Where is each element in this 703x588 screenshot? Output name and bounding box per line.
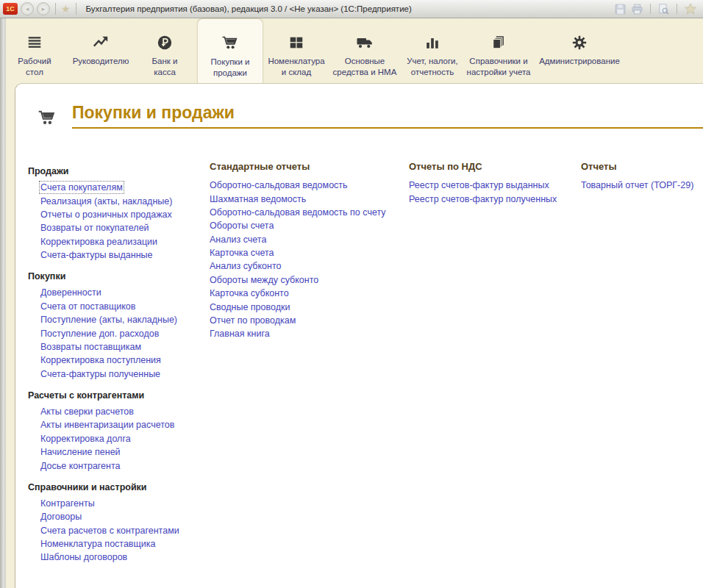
command-link-label: Счета расчетов с контрагентами <box>40 526 179 536</box>
command-link[interactable]: Доверенности <box>40 286 212 299</box>
command-link[interactable]: Корректировка реализации <box>40 235 212 248</box>
section-tab-5[interactable]: Номенклатура и склад <box>263 18 329 83</box>
report-link[interactable]: Анализ счета <box>210 233 401 246</box>
back-button[interactable]: ◂ <box>21 2 34 15</box>
section-tab-1[interactable]: Рабочий стол <box>0 18 69 83</box>
favorites-star-icon[interactable]: ★ <box>61 4 71 14</box>
command-link[interactable]: Возвраты поставщикам <box>40 340 212 354</box>
command-link-label: Досье контрагента <box>40 461 121 471</box>
command-link[interactable]: Номенклатура поставщика <box>40 537 212 551</box>
report-link[interactable]: Карточка субконто <box>210 287 401 300</box>
ruble-icon <box>157 33 173 52</box>
command-link-label: Счета покупателям <box>40 182 123 193</box>
command-link-label: Отчеты о розничных продажах <box>40 209 172 220</box>
tab-label: Руководителю <box>73 56 129 67</box>
command-link[interactable]: Досье контрагента <box>40 459 212 472</box>
report-link[interactable]: Обороты счета <box>210 219 401 232</box>
command-link-label: Шаблоны договоров <box>40 552 127 562</box>
tab-label: Рабочий стол <box>18 56 51 78</box>
section-tab-3[interactable]: Банк и касса <box>132 18 197 83</box>
report-link[interactable]: Реестр счетов-фактур выданных <box>409 179 578 192</box>
command-link-label: Договоры <box>40 512 82 522</box>
section-tab-6[interactable]: Основные средства и НМА <box>329 18 400 83</box>
command-link[interactable]: Отчеты о розничных продажах <box>40 208 212 221</box>
command-link-label: Начисление пеней <box>40 447 121 457</box>
command-group: ПокупкиДоверенностиСчета от поставщиковП… <box>28 271 212 381</box>
books-icon <box>490 33 507 52</box>
command-link-label: Акты сверки расчетов <box>40 406 134 417</box>
command-link[interactable]: Счета-фактуры полученные <box>40 368 212 381</box>
command-link-label: Номенклатура поставщика <box>40 539 155 549</box>
content-panel: Покупки и продажи ПродажиСчета покупател… <box>15 83 703 588</box>
report-link[interactable]: Шахматная ведомость <box>210 192 401 205</box>
command-link-label: Корректировка реализации <box>40 237 157 247</box>
preview-icon[interactable] <box>657 3 670 15</box>
command-link[interactable]: Счета покупателям <box>40 181 212 194</box>
section-tab-2[interactable]: Руководителю <box>69 18 132 83</box>
report-link[interactable]: Оборотно-сальдовая ведомость по счету <box>210 206 401 219</box>
report-link[interactable]: Реестр счетов-фактур полученных <box>409 192 578 205</box>
command-link-label: Акты инвентаризации расчетов <box>40 420 174 430</box>
command-link[interactable]: Возвраты от покупателей <box>40 221 212 234</box>
report-link[interactable]: Карточка счета <box>210 246 401 259</box>
star-icon[interactable] <box>684 2 697 15</box>
divider <box>650 4 651 14</box>
command-link[interactable]: Акты инвентаризации расчетов <box>40 418 212 431</box>
titlebar-actions <box>614 2 703 15</box>
barchart-icon <box>424 33 440 52</box>
command-link-label: Корректировка поступления <box>40 355 161 365</box>
section-tab-8[interactable]: Справочники и настройки учета <box>465 18 532 83</box>
window-title: Бухгалтерия предприятия (базовая), редак… <box>86 4 412 13</box>
page-header: Покупки и продажи <box>38 103 703 129</box>
command-link[interactable]: Счета расчетов с контрагентами <box>40 524 212 537</box>
report-link[interactable]: Главная книга <box>210 327 401 340</box>
command-link[interactable]: Счета от поставщиков <box>40 300 212 313</box>
report-link[interactable]: Отчет по проводкам <box>210 314 401 327</box>
command-link-label: Доверенности <box>40 287 101 298</box>
commands-column: ПродажиСчета покупателямРеализация (акты… <box>28 166 212 574</box>
section-tab-7[interactable]: Учет, налоги, отчетность <box>400 18 465 83</box>
command-link-label: Счета от поставщиков <box>40 301 135 312</box>
command-link[interactable]: Счета-фактуры выданные <box>40 248 212 262</box>
truck-icon <box>356 33 374 52</box>
command-link[interactable]: Корректировка долга <box>40 432 212 445</box>
command-link-label: Поступление (акты, накладные) <box>40 315 177 325</box>
section-tab-4[interactable]: Покупки и продажи <box>197 18 263 83</box>
command-link[interactable]: Поступление (акты, накладные) <box>40 313 212 326</box>
forward-button[interactable]: ▸ <box>37 2 50 15</box>
window-frame-left <box>0 18 6 588</box>
command-link[interactable]: Поступление доп. расходов <box>40 326 212 340</box>
print-icon[interactable] <box>631 3 643 15</box>
cart-icon <box>38 110 57 130</box>
command-link[interactable]: Шаблоны договоров <box>40 551 212 564</box>
report-link[interactable]: Оборотно-сальдовая ведомость <box>210 179 401 192</box>
save-icon[interactable] <box>614 3 627 15</box>
report-column-title: Отчеты <box>581 161 703 172</box>
tab-label: Справочники и настройки учета <box>467 56 531 78</box>
tab-label: Учет, налоги, отчетность <box>407 56 458 78</box>
command-link-label: Контрагенты <box>40 498 95 509</box>
command-link-label: Поступление доп. расходов <box>40 329 159 339</box>
command-link[interactable]: Начисление пеней <box>40 445 212 459</box>
report-link[interactable]: Анализ субконто <box>210 259 401 273</box>
command-link-label: Корректировка долга <box>40 434 131 444</box>
section-tab-9[interactable]: Администрирование <box>532 18 627 83</box>
report-link[interactable]: Сводные проводки <box>210 300 401 313</box>
command-link-label: Счета-фактуры полученные <box>40 369 160 379</box>
gear-icon <box>571 33 588 52</box>
command-group-title: Покупки <box>28 271 212 282</box>
command-link-label: Реализация (акты, накладные) <box>40 196 172 207</box>
menu-icon <box>26 33 43 52</box>
command-link[interactable]: Реализация (акты, накладные) <box>40 194 212 207</box>
report-link[interactable]: Товарный отчет (ТОРГ-29) <box>581 179 703 192</box>
command-link-label: Возвраты поставщикам <box>40 342 141 352</box>
command-link[interactable]: Корректировка поступления <box>40 354 212 367</box>
command-link[interactable]: Контрагенты <box>40 497 212 510</box>
tab-label: Номенклатура и склад <box>268 56 324 78</box>
command-group: ПродажиСчета покупателямРеализация (акты… <box>28 166 212 262</box>
report-link[interactable]: Обороты между субконто <box>210 273 401 287</box>
command-link[interactable]: Договоры <box>40 510 212 523</box>
section-tabbar: Рабочий столРуководителюБанк и кассаПоку… <box>0 18 703 83</box>
tab-label: Администрирование <box>539 56 620 67</box>
command-link[interactable]: Акты сверки расчетов <box>40 405 212 418</box>
